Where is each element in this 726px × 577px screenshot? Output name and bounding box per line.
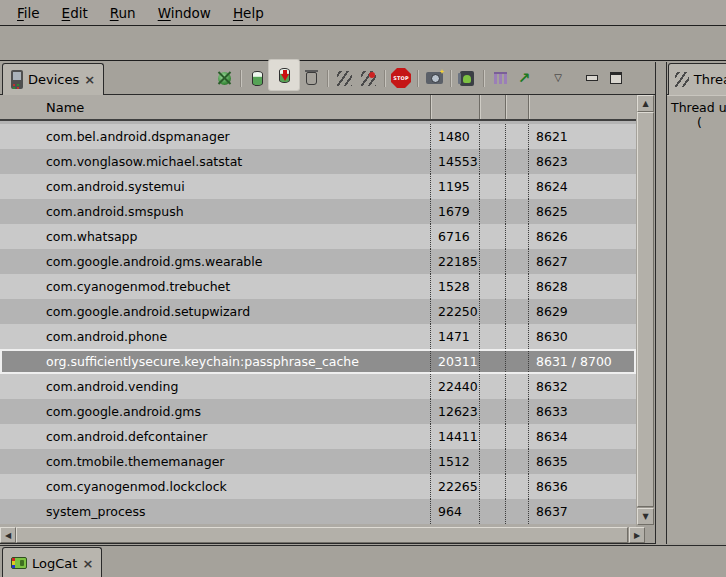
empty-cell bbox=[479, 449, 505, 474]
devices-toolbar: STOP ↗ ▽ bbox=[212, 62, 655, 94]
menu-item-edit[interactable]: Edit bbox=[51, 2, 99, 24]
process-port: 8637 bbox=[528, 499, 636, 524]
table-row[interactable]: com.google.android.setupwizard222508629 bbox=[0, 299, 636, 324]
table-header: Name bbox=[0, 95, 636, 121]
process-port: 8635 bbox=[528, 449, 636, 474]
threads-tab-label: Threa bbox=[694, 72, 726, 87]
process-pid: 1195 bbox=[430, 174, 479, 199]
menu-item-help[interactable]: Help bbox=[222, 2, 275, 24]
tab-logcat[interactable]: LogCat × bbox=[2, 547, 102, 577]
process-pid: 964 bbox=[430, 499, 479, 524]
vertical-scrollbar[interactable]: ▲ ▼ bbox=[637, 95, 654, 525]
stop-process-button[interactable]: STOP bbox=[389, 66, 413, 90]
empty-cell bbox=[505, 424, 528, 449]
vertical-scrollbar-thumb[interactable] bbox=[637, 112, 654, 507]
menu-item-file[interactable]: File bbox=[6, 2, 51, 24]
update-threads-button[interactable] bbox=[332, 66, 356, 90]
close-icon[interactable]: × bbox=[84, 73, 95, 86]
scroll-up-button[interactable]: ▲ bbox=[637, 95, 654, 112]
port-column-header[interactable] bbox=[528, 95, 636, 119]
empty-cell bbox=[505, 149, 528, 174]
process-pid: 22265 bbox=[430, 474, 479, 499]
process-pid: 6716 bbox=[430, 224, 479, 249]
table-row[interactable]: com.whatsapp67168626 bbox=[0, 224, 636, 249]
process-pid: 22185 bbox=[430, 249, 479, 274]
table-row[interactable]: com.android.defcontainer144118634 bbox=[0, 424, 636, 449]
name-column-header[interactable]: Name bbox=[0, 95, 430, 119]
table-row[interactable]: com.cyanogenmod.trebuchet15288628 bbox=[0, 274, 636, 299]
dump-view-hierarchy-button[interactable] bbox=[455, 66, 479, 90]
debug-process-button[interactable] bbox=[212, 66, 236, 90]
close-icon[interactable]: × bbox=[82, 557, 93, 570]
red-dot-icon bbox=[369, 72, 375, 78]
process-name: com.google.android.setupwizard bbox=[0, 299, 430, 324]
table-row[interactable]: system_process9648637 bbox=[0, 499, 636, 524]
systrace-button[interactable]: ↗ bbox=[512, 66, 536, 90]
chevron-down-icon: ▽ bbox=[554, 73, 562, 83]
thread-updates-message: Thread up bbox=[671, 100, 726, 115]
empty-cell bbox=[505, 174, 528, 199]
table-row[interactable]: com.android.smspush16798625 bbox=[0, 199, 636, 224]
method-profiling-bars-button[interactable] bbox=[488, 66, 512, 90]
menu-item-mnemonic: F bbox=[17, 5, 24, 21]
tab-threads[interactable]: Threa bbox=[668, 63, 726, 95]
process-port: 8624 bbox=[528, 174, 636, 199]
scroll-down-button[interactable]: ▼ bbox=[637, 508, 654, 525]
empty-cell bbox=[505, 224, 528, 249]
menu-bar: FileEditRunWindowHelp bbox=[0, 0, 726, 26]
table-row[interactable]: com.android.systemui11958624 bbox=[0, 174, 636, 199]
table-row[interactable]: com.android.phone14718630 bbox=[0, 324, 636, 349]
minimize-button[interactable] bbox=[580, 66, 604, 90]
empty-cell bbox=[505, 299, 528, 324]
dump-hprof-button[interactable] bbox=[269, 60, 299, 90]
cause-gc-button[interactable] bbox=[299, 66, 323, 90]
empty-cell bbox=[479, 224, 505, 249]
table-row[interactable]: com.vonglasow.michael.satstat145538623 bbox=[0, 149, 636, 174]
view-menu-button[interactable]: ▽ bbox=[546, 66, 570, 90]
table-row[interactable]: com.cyanogenmod.lockclock222658636 bbox=[0, 474, 636, 499]
threads-profiling-icon bbox=[361, 71, 376, 86]
table-row[interactable]: org.sufficientlysecure.keychain:passphra… bbox=[0, 349, 636, 374]
empty-cell bbox=[505, 399, 528, 424]
horizontal-scrollbar[interactable]: ◀ ▶ bbox=[0, 527, 645, 543]
menu-item-mnemonic: R bbox=[110, 5, 119, 21]
menu-item-run[interactable]: Run bbox=[99, 2, 147, 24]
empty-cell bbox=[479, 324, 505, 349]
menu-item-window[interactable]: Window bbox=[147, 2, 222, 24]
threads-panel: Threa Thread up ( bbox=[666, 62, 726, 544]
table-row[interactable]: com.google.android.gms126238633 bbox=[0, 399, 636, 424]
empty-cell bbox=[479, 499, 505, 524]
empty-cell bbox=[505, 124, 528, 149]
scroll-right-button[interactable]: ▶ bbox=[629, 527, 645, 543]
update-heap-button[interactable] bbox=[245, 66, 269, 90]
tab-devices[interactable]: Devices × bbox=[2, 63, 104, 95]
pid-column-header[interactable] bbox=[430, 95, 479, 119]
empty-cell bbox=[505, 324, 528, 349]
table-row[interactable]: com.tmobile.thememanager15128635 bbox=[0, 449, 636, 474]
empty-cell bbox=[479, 399, 505, 424]
empty-cell bbox=[505, 199, 528, 224]
device-phone-icon bbox=[11, 70, 23, 89]
horizontal-scrollbar-thumb[interactable] bbox=[16, 527, 628, 543]
column-header[interactable] bbox=[479, 95, 505, 119]
start-method-profiling-button[interactable] bbox=[356, 66, 380, 90]
screen-capture-button[interactable] bbox=[422, 66, 446, 90]
maximize-button[interactable] bbox=[604, 66, 628, 90]
process-name: com.android.defcontainer bbox=[0, 424, 430, 449]
process-port: 8626 bbox=[528, 224, 636, 249]
process-name: com.cyanogenmod.lockclock bbox=[0, 474, 430, 499]
threads-content: Thread up ( bbox=[667, 95, 726, 543]
table-row[interactable]: com.bel.android.dspmanager14808621 bbox=[0, 124, 636, 149]
column-header[interactable] bbox=[505, 95, 528, 119]
process-name: com.tmobile.thememanager bbox=[0, 449, 430, 474]
toolbar-separator bbox=[450, 70, 451, 87]
table-row[interactable]: com.android.vending224408632 bbox=[0, 374, 636, 399]
empty-cell bbox=[479, 249, 505, 274]
process-port: 8633 bbox=[528, 399, 636, 424]
empty-cell bbox=[479, 174, 505, 199]
empty-cell bbox=[505, 374, 528, 399]
process-pid: 22440 bbox=[430, 374, 479, 399]
stop-label: STOP bbox=[393, 75, 409, 81]
scroll-left-button[interactable]: ◀ bbox=[0, 527, 16, 543]
table-row[interactable]: com.google.android.gms.wearable221858627 bbox=[0, 249, 636, 274]
